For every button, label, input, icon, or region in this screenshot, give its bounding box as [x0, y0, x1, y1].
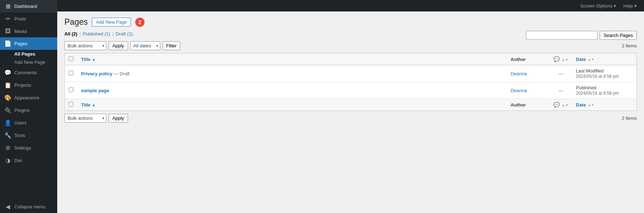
items-count-top: 2 items: [622, 43, 637, 48]
sidebar-item-label: Appearance: [14, 95, 39, 100]
sidebar-item-posts[interactable]: ✏ Posts: [0, 13, 57, 25]
sidebar-item-projects[interactable]: 📋 Projects: [0, 79, 57, 91]
projects-icon: 📋: [4, 82, 11, 89]
footer-select-all-header: [65, 99, 78, 111]
sidebar-item-users[interactable]: 👤 Users: [0, 117, 57, 129]
sidebar-sub-add-new-page[interactable]: Add New Page: [0, 58, 57, 66]
search-input[interactable]: [526, 31, 597, 40]
appearance-icon: 🎨: [4, 94, 11, 101]
badge-circle: 2: [135, 18, 145, 27]
comment-bubble-icon: 💬: [553, 56, 560, 62]
filter-search-bar: All (2) | Published (1) | Draft (1) Sear…: [64, 31, 637, 41]
plugins-icon: 🔌: [4, 107, 11, 114]
sidebar-item-settings[interactable]: ⚙ Settings: [0, 142, 57, 154]
all-pages-label: All Pages: [14, 51, 35, 57]
table-footer-header-row: Title ▲ Author 💬 ▲▼ Date ▲▼: [65, 99, 637, 111]
footer-date-col: Date ▲▼: [572, 99, 637, 111]
date-status: Last Modified: [576, 68, 604, 74]
filter-published[interactable]: Published (1): [83, 31, 111, 37]
comments-sort-icon[interactable]: ▲▼: [562, 58, 569, 62]
title-sort-link[interactable]: Title ▲: [81, 57, 96, 62]
bulk-actions-bottom-select[interactable]: Bulk actions Edit Move to Trash: [64, 114, 106, 123]
select-all-header: [65, 53, 78, 65]
author-column-header: Author: [507, 53, 550, 65]
main-content: Screen Options ▾ Help ▾ Pages Add New Pa…: [57, 0, 644, 213]
sidebar-item-comments[interactable]: 💬 Comments: [0, 66, 57, 79]
footer-title-label: Title: [81, 102, 91, 108]
date-value: 2024/05/16 at 8:58 pm: [576, 91, 619, 96]
filter-button[interactable]: Filter: [162, 41, 181, 50]
title-column-header: Title ▲: [78, 53, 507, 65]
footer-author-label: Author: [511, 102, 526, 108]
date-sort-link[interactable]: Date ▲▼: [576, 57, 595, 62]
draft-suffix: — Draft: [114, 71, 130, 76]
sidebar-item-label: Divi: [14, 158, 22, 163]
sidebar-item-dashboard[interactable]: ⊞ Dashboard: [0, 0, 57, 13]
footer-comment-icon: 💬: [553, 102, 560, 108]
search-pages-button[interactable]: Search Pages: [600, 31, 637, 40]
row-checkbox[interactable]: [69, 87, 73, 92]
row-checkbox-cell: [65, 82, 78, 99]
bulk-actions-top-wrap: Bulk actions Edit Move to Trash ▾: [64, 41, 106, 50]
sidebar-item-appearance[interactable]: 🎨 Appearance: [0, 91, 57, 104]
add-new-page-button[interactable]: Add New Page: [92, 18, 131, 27]
page-header: Pages Add New Page 2: [64, 17, 637, 27]
date-status: Published: [576, 85, 596, 90]
title-cell: Privacy policy — Draft: [78, 65, 507, 82]
author-link[interactable]: Deanna: [511, 71, 527, 76]
table-body: Privacy policy — Draft Deanna — Last Mod…: [65, 65, 637, 111]
all-dates-select[interactable]: All dates: [130, 41, 160, 50]
sidebar-item-pages[interactable]: 📄 Pages: [0, 37, 57, 50]
help-button[interactable]: Help ▾: [620, 2, 640, 10]
footer-comments-col: 💬 ▲▼: [550, 99, 572, 111]
comments-icon: 💬: [4, 69, 11, 76]
author-link[interactable]: Deanna: [511, 88, 527, 93]
sidebar-item-media[interactable]: 🖼 Media: [0, 25, 57, 37]
bulk-actions-bottom-wrap: Bulk actions Edit Move to Trash ▾: [64, 114, 106, 123]
title-cell: sample page: [78, 82, 507, 99]
sidebar-item-label: Comments: [14, 70, 37, 75]
select-all-checkbox[interactable]: [69, 56, 73, 61]
footer-select-all-checkbox[interactable]: [69, 102, 73, 106]
row-checkbox[interactable]: [69, 71, 73, 75]
page-title: Pages: [64, 17, 88, 27]
footer-comments-sort-icon[interactable]: ▲▼: [562, 103, 569, 107]
help-label: Help: [623, 3, 633, 9]
footer-title-sort-icon: ▲: [92, 103, 96, 107]
help-chevron-icon: ▾: [634, 3, 637, 9]
author-cell: Deanna: [507, 82, 550, 99]
divi-icon: ◑: [4, 157, 11, 164]
bulk-actions-top-select[interactable]: Bulk actions Edit Move to Trash: [64, 41, 106, 50]
sidebar: ⊞ Dashboard ✏ Posts 🖼 Media 📄 Pages All …: [0, 0, 57, 213]
footer-title-sort-link[interactable]: Title ▲: [81, 102, 96, 108]
date-cell: Last Modified 2024/05/16 at 8:58 pm: [572, 65, 637, 82]
date-cell: Published 2024/05/16 at 8:58 pm: [572, 82, 637, 99]
collapse-menu-button[interactable]: ◀ Collapse menu: [0, 200, 57, 213]
sidebar-item-label: Pages: [14, 41, 28, 46]
all-dates-wrap: All dates ▾: [130, 41, 160, 50]
footer-date-sort-link[interactable]: Date ▲▼: [576, 102, 595, 108]
sidebar-item-plugins[interactable]: 🔌 Plugins: [0, 104, 57, 117]
page-title-link[interactable]: sample page: [81, 88, 109, 93]
apply-bottom-button[interactable]: Apply: [108, 114, 128, 123]
footer-date-sort-icon: ▲▼: [587, 103, 595, 107]
screen-options-button[interactable]: Screen Options ▾: [577, 2, 619, 10]
apply-top-button[interactable]: Apply: [108, 41, 128, 50]
top-toolbar: Bulk actions Edit Move to Trash ▾ Apply …: [64, 41, 637, 50]
tools-icon: 🔧: [4, 132, 11, 139]
sidebar-item-tools[interactable]: 🔧 Tools: [0, 129, 57, 142]
date-sort-icon: ▲▼: [587, 57, 595, 61]
sidebar-item-label: Settings: [14, 145, 31, 151]
page-title-link[interactable]: Privacy policy: [81, 71, 112, 76]
filter-draft[interactable]: Draft (1): [116, 31, 133, 37]
filter-all[interactable]: All (2): [64, 31, 77, 37]
search-area: Search Pages: [526, 31, 637, 40]
table-row: sample page Deanna — Published 2024/05/1…: [65, 82, 637, 99]
dashboard-icon: ⊞: [4, 3, 11, 10]
comments-column-header: 💬 ▲▼: [550, 53, 572, 65]
sidebar-item-divi[interactable]: ◑ Divi: [0, 154, 57, 167]
title-sort-icon: ▲: [92, 57, 96, 61]
table-header-row: Title ▲ Author 💬 ▲▼ Date ▲▼: [65, 53, 637, 65]
sidebar-sub-all-pages[interactable]: All Pages: [0, 50, 57, 58]
footer-date-label: Date: [576, 102, 586, 108]
